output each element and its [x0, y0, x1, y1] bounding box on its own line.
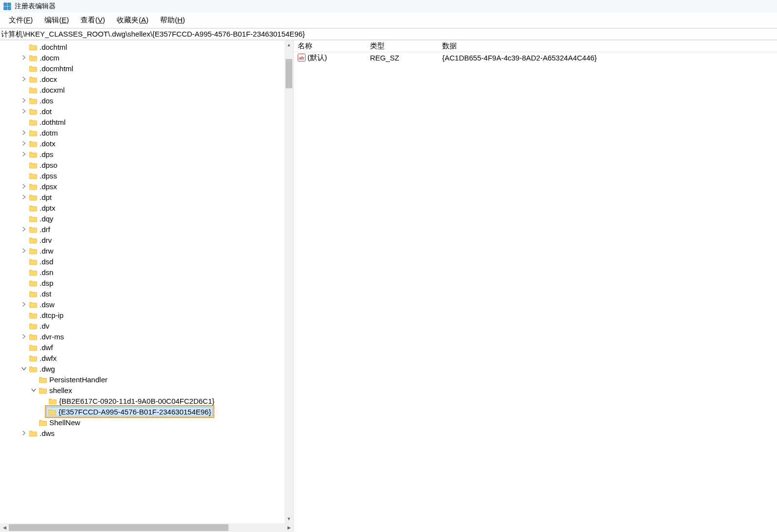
tree-item-label: .dochtml	[40, 43, 67, 51]
folder-icon	[29, 290, 38, 297]
tree-item[interactable]: .dws	[0, 428, 293, 438]
chevron-right-icon[interactable]	[20, 333, 27, 340]
chevron-right-icon[interactable]	[20, 430, 27, 436]
tree-item[interactable]: .drv	[0, 235, 293, 245]
vertical-track[interactable]	[285, 49, 293, 514]
menu-file[interactable]: 文件(F)	[3, 14, 39, 27]
tree-item-label: .dwf	[40, 343, 53, 352]
chevron-right-icon[interactable]	[20, 301, 27, 308]
svg-rect-0	[4, 3, 7, 6]
tree-item[interactable]: .dotm	[0, 127, 293, 138]
tree-item-label: .drf	[40, 225, 50, 234]
scroll-right-icon[interactable]: ▶	[285, 523, 293, 532]
tree-item[interactable]: .dothtml	[0, 117, 293, 127]
tree-item-label: .dotm	[40, 129, 58, 137]
folder-icon	[29, 333, 38, 340]
tree-item[interactable]: .docm	[0, 52, 293, 63]
tree-item[interactable]: .dpss	[0, 170, 293, 181]
tree-item-label: .dqy	[40, 215, 53, 223]
vertical-thumb[interactable]	[286, 59, 292, 88]
tree-item[interactable]: .drw	[0, 245, 293, 256]
column-type[interactable]: 类型	[366, 40, 438, 52]
tree-item[interactable]: .dpt	[0, 192, 293, 202]
tree-item[interactable]: .dps	[0, 149, 293, 159]
chevron-right-icon[interactable]	[20, 194, 27, 200]
scroll-up-icon[interactable]: ▲	[285, 40, 293, 49]
chevron-right-icon[interactable]	[20, 226, 27, 233]
chevron-right-icon[interactable]	[20, 151, 27, 158]
tree-item[interactable]: .dpso	[0, 159, 293, 170]
chevron-right-icon[interactable]	[20, 247, 27, 254]
tree-item[interactable]: .dptx	[0, 202, 293, 213]
chevron-right-icon[interactable]	[20, 183, 27, 190]
tree-item[interactable]: .dotx	[0, 138, 293, 149]
scroll-left-icon[interactable]: ◀	[0, 523, 9, 532]
addressbar[interactable]: 计算机\HKEY_CLASSES_ROOT\.dwg\shellex\{E357…	[0, 28, 777, 40]
svg-rect-2	[4, 7, 7, 10]
tree-item[interactable]: .dst	[0, 288, 293, 299]
tree-viewport: .dochtml.docm.docmhtml.docx.docxml.dos.d…	[0, 40, 293, 523]
chevron-right-icon[interactable]	[20, 54, 27, 61]
folder-icon	[39, 419, 47, 426]
chevron-right-icon[interactable]	[20, 140, 27, 147]
horizontal-thumb[interactable]	[9, 524, 228, 531]
string-value-icon	[298, 54, 306, 61]
tree-item[interactable]: .dos	[0, 95, 293, 106]
tree-item[interactable]: ShellNew	[0, 417, 293, 428]
tree-item-label: .dos	[40, 97, 53, 105]
chevron-right-icon[interactable]	[20, 76, 27, 82]
tree-item[interactable]: .dsn	[0, 267, 293, 277]
chevron-right-icon[interactable]	[20, 129, 27, 136]
tree-vertical-scrollbar[interactable]: ▲ ▼	[285, 40, 293, 523]
folder-icon	[29, 97, 38, 104]
chevron-down-icon[interactable]	[20, 365, 27, 372]
tree-item[interactable]: .dsp	[0, 277, 293, 288]
column-name[interactable]: 名称	[294, 40, 366, 52]
menu-favorites[interactable]: 收藏夹(A)	[111, 14, 154, 27]
menu-edit[interactable]: 编辑(E)	[39, 14, 75, 27]
tree-item[interactable]: .dv	[0, 320, 293, 331]
chevron-down-icon[interactable]	[30, 387, 37, 394]
tree-item[interactable]: .dsd	[0, 256, 293, 267]
tree-item[interactable]: .dwfx	[0, 353, 293, 363]
tree-item[interactable]: .dtcp-ip	[0, 310, 293, 320]
folder-icon	[29, 140, 38, 147]
tree-item-label: .dot	[40, 107, 52, 116]
value-row[interactable]: (默认)REG_SZ{AC1DB655-4F9A-4c39-8AD2-A6532…	[294, 52, 777, 63]
folder-icon	[39, 376, 47, 383]
tree-item[interactable]: .dsw	[0, 299, 293, 310]
chevron-right-icon[interactable]	[20, 108, 27, 115]
tree-item[interactable]: .drf	[0, 224, 293, 235]
tree-item[interactable]: shellex	[0, 385, 293, 395]
tree-item[interactable]: .dwg	[0, 363, 293, 374]
tree-item[interactable]: .dqy	[0, 213, 293, 224]
tree-item-label: .dst	[40, 290, 51, 298]
horizontal-track[interactable]	[9, 523, 285, 532]
tree-item[interactable]: .docxml	[0, 84, 293, 95]
menu-help[interactable]: 帮助(H)	[154, 14, 191, 27]
tree-pane: .dochtml.docm.docmhtml.docx.docxml.dos.d…	[0, 40, 294, 532]
tree-item[interactable]: {E357FCCD-A995-4576-B01F-234630154E96}	[0, 406, 293, 417]
tree-item[interactable]: .dochtml	[0, 41, 293, 52]
column-data[interactable]: 数据	[438, 40, 777, 52]
chevron-right-icon[interactable]	[20, 97, 27, 104]
tree-item[interactable]: .dvr-ms	[0, 331, 293, 342]
tree-item-label: .dpsx	[40, 182, 57, 191]
folder-icon	[29, 430, 38, 437]
registry-tree[interactable]: .dochtml.docm.docmhtml.docx.docxml.dos.d…	[0, 40, 293, 440]
menu-view[interactable]: 查看(V)	[75, 14, 111, 27]
tree-item[interactable]: {BB2E617C-0920-11d1-9A0B-00C04FC2D6C1}	[0, 395, 293, 406]
tree-item[interactable]: .dot	[0, 106, 293, 117]
tree-item[interactable]: .dwf	[0, 342, 293, 353]
folder-icon	[29, 269, 38, 276]
tree-item[interactable]: .docx	[0, 74, 293, 84]
tree-item-label: .dotx	[40, 139, 56, 148]
svg-rect-3	[8, 7, 11, 10]
tree-horizontal-scrollbar[interactable]: ◀ ▶	[0, 523, 293, 532]
tree-item[interactable]: PersistentHandler	[0, 374, 293, 385]
values-list[interactable]: (默认)REG_SZ{AC1DB655-4F9A-4c39-8AD2-A6532…	[294, 52, 777, 532]
tree-item[interactable]: .dpsx	[0, 181, 293, 192]
scroll-down-icon[interactable]: ▼	[285, 514, 293, 523]
tree-item-label: PersistentHandler	[49, 375, 107, 384]
tree-item[interactable]: .docmhtml	[0, 63, 293, 74]
